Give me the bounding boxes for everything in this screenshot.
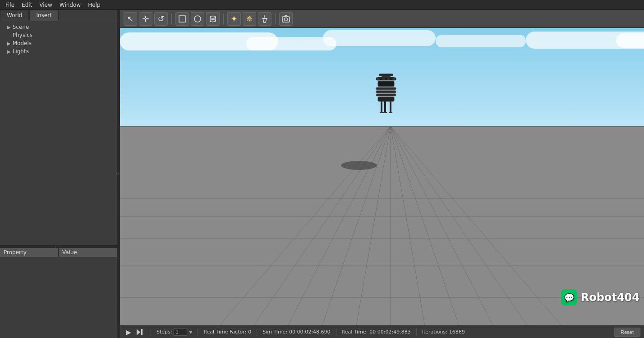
right-area: ↖ ✛ ↺ ✦ ✵ <box>120 10 644 338</box>
toolbar-sep-3 <box>275 14 276 24</box>
menu-bar: File Edit View Window Help <box>0 0 644 10</box>
select-tool-button[interactable]: ↖ <box>124 12 137 26</box>
svg-line-27 <box>391 126 553 325</box>
status-sep-1 <box>151 329 151 336</box>
sphere-shape-button[interactable] <box>191 12 204 26</box>
svg-rect-36 <box>387 78 390 80</box>
rotate-tool-button[interactable]: ↺ <box>154 12 168 26</box>
tree-item-physics[interactable]: ▶ Physics <box>0 31 117 39</box>
status-sep-5 <box>416 329 417 336</box>
svg-point-2 <box>210 16 216 18</box>
svg-rect-39 <box>379 82 393 86</box>
cloud-6 <box>616 33 644 48</box>
svg-rect-40 <box>376 87 396 90</box>
svg-point-10 <box>285 18 288 21</box>
svg-rect-35 <box>382 78 385 80</box>
svg-rect-30 <box>379 74 393 76</box>
watermark-text: Robot404 <box>581 291 639 304</box>
property-col-header: Property <box>0 248 58 257</box>
svg-rect-0 <box>179 16 185 22</box>
tab-insert[interactable]: Insert <box>29 10 58 21</box>
menu-window[interactable]: Window <box>56 1 84 9</box>
robot-shadow <box>341 161 377 170</box>
reset-button[interactable]: Reset <box>614 328 640 337</box>
play-button[interactable]: ▶ <box>124 327 133 337</box>
screenshot-button[interactable] <box>279 12 293 26</box>
scene-arrow: ▶ <box>7 25 11 30</box>
tabs-row: World Insert <box>0 10 117 21</box>
svg-rect-37 <box>392 78 395 80</box>
real-time-factor-item: Real Time Factor: 0 <box>203 329 251 335</box>
real-time-factor-label: Real Time Factor: <box>203 329 246 335</box>
sim-time-value: 00 00:02:48.690 <box>289 329 330 335</box>
spot-light-button[interactable] <box>258 12 271 26</box>
toolbar-sep-2 <box>223 14 224 24</box>
svg-line-25 <box>391 126 445 325</box>
svg-line-23 <box>336 126 391 325</box>
status-sep-3 <box>257 329 257 336</box>
main-layout: World Insert ▶ Scene ▶ Physics ▶ Models … <box>0 10 644 338</box>
iterations-item: Iterations: 16869 <box>422 329 465 335</box>
property-header: Property Value <box>0 248 117 257</box>
status-bar: ▶ Steps: ▼ Real Time Factor: 0 Sim <box>120 325 644 338</box>
svg-line-20 <box>174 126 391 325</box>
svg-rect-49 <box>389 112 392 113</box>
svg-rect-45 <box>384 101 386 113</box>
left-panel: World Insert ▶ Scene ▶ Physics ▶ Models … <box>0 10 117 338</box>
scene-label: Scene <box>13 24 29 30</box>
menu-help[interactable]: Help <box>84 1 104 9</box>
sim-time-label: Sim Time: <box>262 329 287 335</box>
tree-item-models[interactable]: ▶ Models <box>0 39 117 47</box>
models-label: Models <box>13 40 32 46</box>
box-shape-button[interactable] <box>175 12 189 26</box>
cylinder-shape-button[interactable] <box>206 12 220 26</box>
status-sep-2 <box>198 329 198 336</box>
svg-line-22 <box>282 126 391 325</box>
directional-light-button[interactable]: ✵ <box>243 12 256 26</box>
menu-view[interactable]: View <box>36 1 55 9</box>
horizon-line <box>120 126 644 127</box>
status-sep-4 <box>336 329 336 336</box>
physics-label: Physics <box>13 32 32 38</box>
robot-model <box>373 73 400 114</box>
value-col-header: Value <box>58 248 117 257</box>
svg-rect-42 <box>376 94 396 96</box>
tree-item-scene[interactable]: ▶ Scene <box>0 23 117 31</box>
cloud-3 <box>323 30 436 46</box>
menu-edit[interactable]: Edit <box>18 1 36 9</box>
svg-rect-51 <box>141 329 143 335</box>
step-button[interactable] <box>135 327 145 337</box>
property-body <box>0 257 117 338</box>
real-time-factor-value: 0 <box>248 329 251 335</box>
steps-input[interactable] <box>174 329 187 336</box>
menu-file[interactable]: File <box>2 1 18 9</box>
property-panel: Property Value <box>0 248 117 338</box>
steps-arrow[interactable]: ▼ <box>189 330 192 334</box>
iterations-value: 16869 <box>449 329 465 335</box>
svg-point-5 <box>210 19 216 22</box>
watermark: 💬 Robot404 <box>561 289 639 306</box>
wechat-icon: 💬 <box>561 289 577 306</box>
sim-time-item: Sim Time: 00 00:02:48.690 <box>262 329 330 335</box>
steps-item: Steps: ▼ <box>156 329 192 336</box>
toolbar: ↖ ✛ ↺ ✦ ✵ <box>120 10 644 28</box>
svg-marker-8 <box>263 18 267 23</box>
lights-arrow: ▶ <box>7 49 11 54</box>
point-light-button[interactable]: ✦ <box>227 12 241 26</box>
iterations-label: Iterations: <box>422 329 447 335</box>
svg-rect-41 <box>376 91 396 93</box>
lights-label: Lights <box>13 48 29 55</box>
translate-tool-button[interactable]: ✛ <box>139 12 152 26</box>
3d-viewport[interactable]: 💬 Robot404 <box>120 28 644 325</box>
tree-item-lights[interactable]: ▶ Lights <box>0 47 117 55</box>
real-time-label: Real Time: <box>342 329 368 335</box>
steps-label: Steps: <box>156 329 172 335</box>
models-arrow: ▶ <box>7 41 11 46</box>
svg-line-21 <box>228 126 391 325</box>
svg-line-26 <box>391 126 499 325</box>
tab-world[interactable]: World <box>0 10 29 21</box>
world-tree: ▶ Scene ▶ Physics ▶ Models ▶ Lights <box>0 21 117 245</box>
svg-rect-31 <box>382 76 391 77</box>
svg-rect-48 <box>383 112 387 113</box>
cloud-4 <box>436 35 526 47</box>
